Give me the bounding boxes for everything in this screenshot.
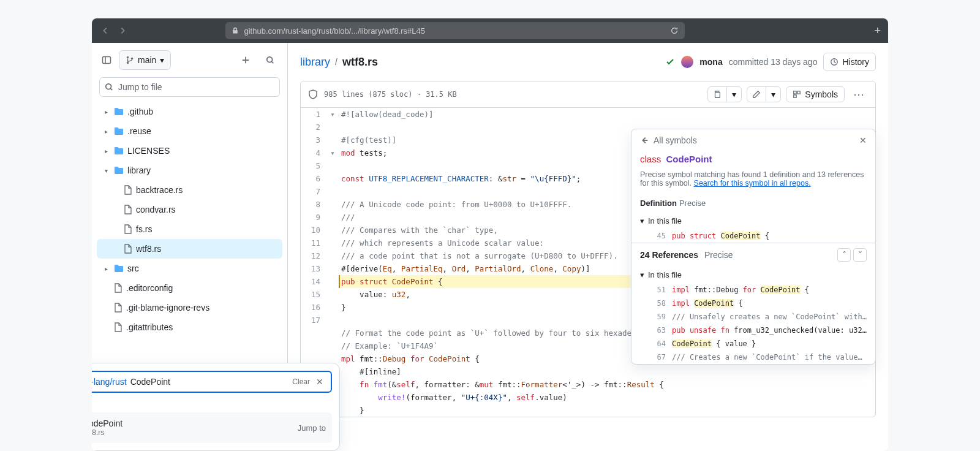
fold-toggle bbox=[326, 301, 339, 314]
line-number[interactable]: 12 bbox=[301, 249, 320, 262]
fold-toggle bbox=[326, 121, 339, 134]
reference-row[interactable]: 63pub unsafe fn from_u32_unchecked(value… bbox=[631, 324, 875, 337]
line-number[interactable]: 6 bbox=[301, 172, 320, 185]
add-file-button[interactable] bbox=[236, 50, 255, 70]
refresh-icon[interactable] bbox=[670, 26, 679, 35]
chevron-icon: ▸ bbox=[102, 108, 110, 115]
search-input[interactable]: repo:rust-lang/rust CodePoint Clear ✕ bbox=[92, 371, 332, 393]
fold-toggle[interactable]: ▾ bbox=[326, 108, 339, 121]
ref-line-no: 58 bbox=[652, 299, 666, 308]
chevron-down-icon[interactable]: ▾ bbox=[726, 87, 741, 102]
back-button[interactable] bbox=[99, 25, 111, 37]
fold-toggle[interactable]: ▾ bbox=[326, 146, 339, 159]
reference-row[interactable]: 67/// Creates a new `CodePoint` if the v… bbox=[631, 351, 875, 364]
tree-file[interactable]: backtrace.rs bbox=[97, 180, 282, 200]
code-toolbar: 985 lines (875 sloc) · 31.5 KB ▾ ▾ Symbo… bbox=[301, 81, 875, 108]
svg-point-4 bbox=[131, 58, 134, 60]
repo-scope-chip: repo:rust-lang/rust bbox=[92, 377, 127, 387]
line-number[interactable]: 14 bbox=[301, 275, 320, 288]
code-line[interactable]: } bbox=[339, 404, 875, 417]
line-number[interactable]: 5 bbox=[301, 159, 320, 172]
reference-row[interactable]: 51impl fmt::Debug for CodePoint { bbox=[631, 283, 875, 297]
tree-folder[interactable]: ▸src bbox=[97, 259, 282, 278]
sidebar-toggle-icon[interactable] bbox=[99, 53, 114, 67]
shield-icon[interactable] bbox=[308, 89, 318, 99]
tree-item-label: .github bbox=[127, 107, 153, 116]
definition-section: DefinitionPrecise bbox=[631, 194, 875, 213]
tree-file[interactable]: fs.rs bbox=[97, 219, 282, 239]
tree-file[interactable]: wtf8.rs bbox=[97, 239, 282, 259]
line-number[interactable]: 16 bbox=[301, 301, 320, 314]
tree-file[interactable]: .git-blame-ignore-revs bbox=[97, 298, 282, 317]
avatar[interactable] bbox=[681, 56, 693, 68]
code-line[interactable]: write!(formatter, "U+{:04X}", self.value… bbox=[339, 391, 875, 404]
tree-folder[interactable]: ▸.reuse bbox=[97, 121, 282, 141]
copy-icon[interactable] bbox=[708, 87, 726, 102]
more-icon[interactable]: ⋯ bbox=[850, 88, 868, 101]
tree-folder[interactable]: ▸LICENSES bbox=[97, 141, 282, 161]
clear-search[interactable]: Clear bbox=[292, 377, 310, 386]
fold-toggle bbox=[326, 275, 339, 288]
commit-author[interactable]: mona bbox=[699, 57, 722, 67]
close-icon[interactable]: ✕ bbox=[314, 377, 326, 387]
edit-button-group[interactable]: ▾ bbox=[747, 86, 781, 102]
line-number[interactable]: 8 bbox=[301, 198, 320, 211]
file-filter[interactable]: Jump to file bbox=[99, 77, 280, 97]
new-tab-button[interactable]: + bbox=[874, 25, 881, 37]
search-all-repos-link[interactable]: Search for this symbol in all repos. bbox=[694, 179, 811, 188]
line-number[interactable]: 11 bbox=[301, 237, 320, 249]
definition-ref[interactable]: 45 pub struct CodePoint { bbox=[631, 229, 875, 243]
ref-code: impl CodePoint { bbox=[672, 299, 743, 308]
copy-button-group[interactable]: ▾ bbox=[707, 86, 742, 102]
line-number[interactable]: 13 bbox=[301, 262, 320, 275]
reference-row[interactable]: 59/// Unsafely creates a new `CodePoint`… bbox=[631, 310, 875, 324]
line-number[interactable]: 4 bbox=[301, 146, 320, 159]
file-stats: 985 lines (875 sloc) · 31.5 KB bbox=[324, 90, 457, 99]
jump-to-link[interactable]: Jump to bbox=[298, 423, 326, 433]
forward-button[interactable] bbox=[116, 25, 129, 37]
tree-file[interactable]: .editorconfig bbox=[97, 278, 282, 298]
symbols-button[interactable]: Symbols bbox=[786, 86, 845, 102]
line-number[interactable]: 15 bbox=[301, 288, 320, 301]
branch-picker[interactable]: main ▾ bbox=[119, 50, 171, 70]
code-line[interactable]: #![allow(dead_code)] bbox=[339, 108, 875, 121]
file-icon bbox=[124, 185, 132, 195]
tree-item-label: .git-blame-ignore-revs bbox=[126, 303, 209, 313]
lock-icon bbox=[232, 27, 239, 34]
line-number[interactable]: 10 bbox=[301, 224, 320, 237]
tree-folder[interactable]: ▸.github bbox=[97, 102, 282, 121]
line-number[interactable] bbox=[301, 339, 320, 352]
close-icon[interactable]: ✕ bbox=[859, 135, 867, 145]
tree-file[interactable]: .gitattributes bbox=[97, 317, 282, 337]
url-bar[interactable]: github.com/rust-lang/rust/blob/.../libra… bbox=[225, 22, 685, 39]
tree-item-label: LICENSES bbox=[127, 146, 170, 156]
all-symbols-link[interactable]: All symbols bbox=[654, 135, 697, 145]
chevron-down-icon[interactable]: ▾ bbox=[766, 87, 780, 102]
line-number[interactable] bbox=[301, 327, 320, 339]
code-line[interactable]: #[inline] bbox=[339, 365, 875, 378]
history-button[interactable]: History bbox=[823, 53, 876, 71]
tree-item-label: src bbox=[127, 263, 139, 273]
pencil-icon[interactable] bbox=[747, 87, 766, 102]
search-result[interactable]: class CodePoint library/wtf8.rs Jump to bbox=[92, 412, 332, 443]
reference-row[interactable]: 58impl CodePoint { bbox=[631, 297, 875, 310]
file-accordion[interactable]: ▾ In this file bbox=[631, 213, 875, 229]
reference-row[interactable]: 64CodePoint { value } bbox=[631, 337, 875, 351]
code-line[interactable]: fn fmt(&self, formatter: &mut fmt::Forma… bbox=[339, 378, 875, 391]
line-number[interactable]: 2 bbox=[301, 121, 320, 134]
line-number[interactable]: 17 bbox=[301, 314, 320, 327]
breadcrumb-parent[interactable]: library bbox=[300, 56, 330, 69]
back-arrow-icon[interactable] bbox=[640, 136, 649, 145]
next-ref-button[interactable]: ˅ bbox=[853, 248, 867, 262]
line-number[interactable]: 9 bbox=[301, 211, 320, 224]
tree-file[interactable]: condvar.rs bbox=[97, 200, 282, 219]
line-number[interactable]: 3 bbox=[301, 134, 320, 146]
line-number[interactable]: 1 bbox=[301, 108, 320, 121]
tree-folder[interactable]: ▾library bbox=[97, 161, 282, 180]
line-number[interactable]: 7 bbox=[301, 185, 320, 198]
folder-icon bbox=[114, 126, 124, 136]
prev-ref-button[interactable]: ˄ bbox=[837, 248, 851, 262]
fold-toggle bbox=[326, 211, 339, 224]
file-accordion-refs[interactable]: ▾ In this file bbox=[631, 267, 875, 283]
search-files-button[interactable] bbox=[260, 50, 280, 70]
